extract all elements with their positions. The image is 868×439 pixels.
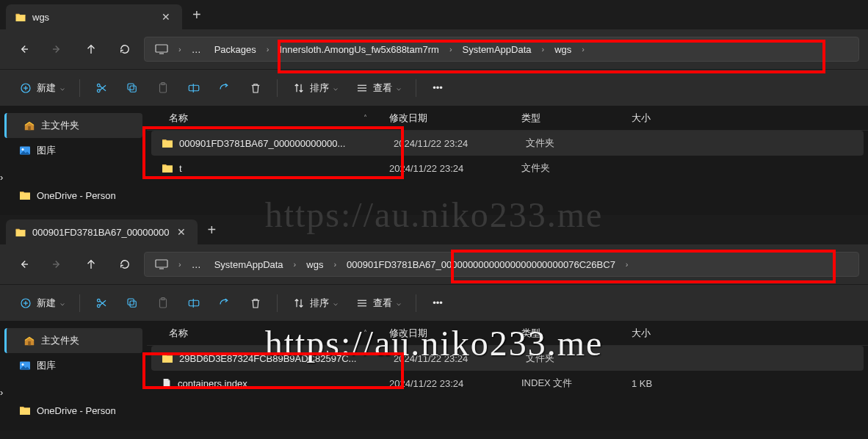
- file-row[interactable]: containers.index2024/11/22 23:24INDEX 文件…: [147, 371, 868, 396]
- file-name: t: [179, 163, 182, 174]
- up-button[interactable]: [76, 36, 106, 62]
- col-type[interactable]: 类型: [521, 327, 632, 340]
- new-button[interactable]: 新建 ⌵: [12, 290, 72, 316]
- folder-icon: [162, 353, 173, 363]
- rename-icon: [187, 81, 200, 95]
- rename-button[interactable]: [180, 75, 208, 101]
- col-type[interactable]: 类型: [521, 112, 632, 125]
- refresh-button[interactable]: [110, 36, 140, 62]
- forward-button[interactable]: [43, 251, 72, 277]
- sidebar-item-gallery[interactable]: 图库: [0, 353, 147, 378]
- tab-bar: 000901FD3781BA67_00000000 ✕ +: [0, 215, 868, 244]
- expand-icon[interactable]: ›: [0, 387, 3, 398]
- arrow-right-icon: [51, 258, 64, 271]
- delete-button[interactable]: [242, 290, 270, 316]
- file-icon: [162, 377, 172, 389]
- chevron-down-icon: ⌵: [60, 84, 65, 92]
- chevron-right-icon[interactable]: ›: [539, 45, 548, 54]
- breadcrumb-ellipsis[interactable]: …: [186, 253, 207, 276]
- rename-icon: [187, 297, 200, 310]
- more-button[interactable]: •••: [424, 290, 452, 316]
- address-bar[interactable]: › … Packages › Innersloth.AmongUs_fw5x68…: [144, 37, 859, 62]
- col-date[interactable]: 修改日期: [389, 112, 521, 125]
- tab-active[interactable]: wgs ✕: [6, 4, 182, 29]
- command-bar: 新建 ⌵ 排序 ⌵ 查看 ⌵ •••: [0, 284, 868, 321]
- chevron-right-icon[interactable]: ›: [330, 260, 339, 269]
- sidebar-item-home[interactable]: 主文件夹: [4, 113, 142, 138]
- rename-button[interactable]: [180, 290, 208, 316]
- pc-icon-seg[interactable]: [149, 37, 174, 61]
- file-row[interactable]: 000901FD3781BA67_000000000000...2024/11/…: [151, 131, 864, 156]
- chevron-right-icon[interactable]: ›: [176, 260, 184, 269]
- back-button[interactable]: [9, 36, 38, 62]
- breadcrumb-seg[interactable]: SystemAppData: [457, 37, 538, 61]
- cut-button[interactable]: [87, 290, 115, 316]
- up-button[interactable]: [76, 251, 106, 277]
- paste-button[interactable]: [149, 290, 177, 316]
- breadcrumb-seg[interactable]: 000901FD3781BA67_00000000000000000000000…: [341, 253, 621, 276]
- col-date[interactable]: 修改日期: [389, 327, 521, 340]
- chevron-right-icon[interactable]: ›: [291, 260, 300, 269]
- sort-icon: [292, 297, 305, 310]
- forward-button[interactable]: [43, 36, 72, 62]
- breadcrumb-seg[interactable]: Innersloth.AmongUs_fw5x688tam7rm: [273, 37, 445, 61]
- file-list: 名称˄ 修改日期 类型 大小 000901FD3781BA67_00000000…: [147, 106, 868, 215]
- sidebar-item-gallery[interactable]: 图库: [0, 138, 147, 163]
- monitor-icon: [155, 44, 168, 54]
- file-row[interactable]: t2024/11/22 23:24文件夹: [147, 156, 868, 181]
- tab-active[interactable]: 000901FD3781BA67_00000000 ✕: [6, 220, 198, 244]
- share-button[interactable]: [211, 75, 239, 101]
- chevron-right-icon[interactable]: ›: [446, 45, 455, 54]
- breadcrumb-seg[interactable]: wgs: [549, 37, 577, 61]
- chevron-right-icon[interactable]: ›: [176, 45, 184, 54]
- chevron-down-icon: ⌵: [333, 299, 338, 307]
- paste-button[interactable]: [149, 75, 177, 101]
- more-button[interactable]: •••: [424, 75, 452, 101]
- close-tab-button[interactable]: ✕: [176, 225, 187, 239]
- expand-icon[interactable]: ›: [0, 172, 3, 183]
- breadcrumb-seg[interactable]: wgs: [300, 253, 329, 276]
- refresh-button[interactable]: [110, 251, 140, 277]
- pc-icon-seg[interactable]: [149, 253, 174, 276]
- view-button[interactable]: 查看 ⌵: [348, 75, 408, 101]
- share-button[interactable]: [211, 290, 239, 316]
- new-button[interactable]: 新建 ⌵: [12, 75, 72, 101]
- chevron-right-icon[interactable]: ›: [623, 260, 632, 269]
- new-tab-button[interactable]: +: [198, 222, 227, 239]
- chevron-right-icon[interactable]: ›: [579, 45, 587, 54]
- sort-label: 排序: [310, 297, 329, 310]
- address-bar[interactable]: › … SystemAppData › wgs › 000901FD3781BA…: [144, 252, 859, 277]
- copy-button[interactable]: [118, 290, 146, 316]
- file-name: 29BD6D3E87324FCB89B9ADC82597C...: [179, 353, 356, 364]
- file-row[interactable]: 29BD6D3E87324FCB89B9ADC82597C...2024/11/…: [151, 346, 864, 371]
- new-tab-button[interactable]: +: [182, 7, 211, 23]
- cut-button[interactable]: [87, 75, 115, 101]
- sidebar-item-onedrive[interactable]: OneDrive - Person: [0, 183, 147, 208]
- back-button[interactable]: [9, 251, 38, 277]
- close-tab-button[interactable]: ✕: [160, 10, 172, 24]
- breadcrumb-ellipsis[interactable]: …: [186, 37, 207, 61]
- breadcrumb-seg[interactable]: SystemAppData: [209, 253, 289, 276]
- copy-button[interactable]: [118, 75, 146, 101]
- sidebar-item-home[interactable]: 主文件夹: [4, 328, 142, 353]
- column-headers: 名称˄ 修改日期 类型 大小: [147, 106, 868, 131]
- share-icon: [218, 297, 231, 310]
- sort-button[interactable]: 排序 ⌵: [285, 290, 345, 316]
- col-size[interactable]: 大小: [632, 112, 720, 125]
- view-button[interactable]: 查看 ⌵: [348, 290, 408, 316]
- col-name[interactable]: 名称˄: [147, 327, 389, 340]
- file-date: 2024/11/22 23:24: [389, 163, 521, 174]
- separator: [277, 294, 278, 312]
- col-name[interactable]: 名称˄: [147, 112, 389, 125]
- nav-pane: 主文件夹 图库 › OneDrive - Person: [0, 106, 147, 215]
- sidebar-item-onedrive[interactable]: OneDrive - Person: [0, 398, 147, 423]
- copy-icon: [126, 81, 139, 95]
- chevron-right-icon[interactable]: ›: [264, 45, 272, 54]
- breadcrumb-seg[interactable]: Packages: [209, 37, 262, 61]
- sort-button[interactable]: 排序 ⌵: [285, 75, 345, 101]
- col-size[interactable]: 大小: [632, 327, 720, 340]
- delete-button[interactable]: [242, 75, 270, 101]
- sidebar-label: 主文件夹: [41, 119, 79, 132]
- sort-icon: [292, 81, 305, 95]
- file-date: 2024/11/22 23:24: [394, 353, 526, 364]
